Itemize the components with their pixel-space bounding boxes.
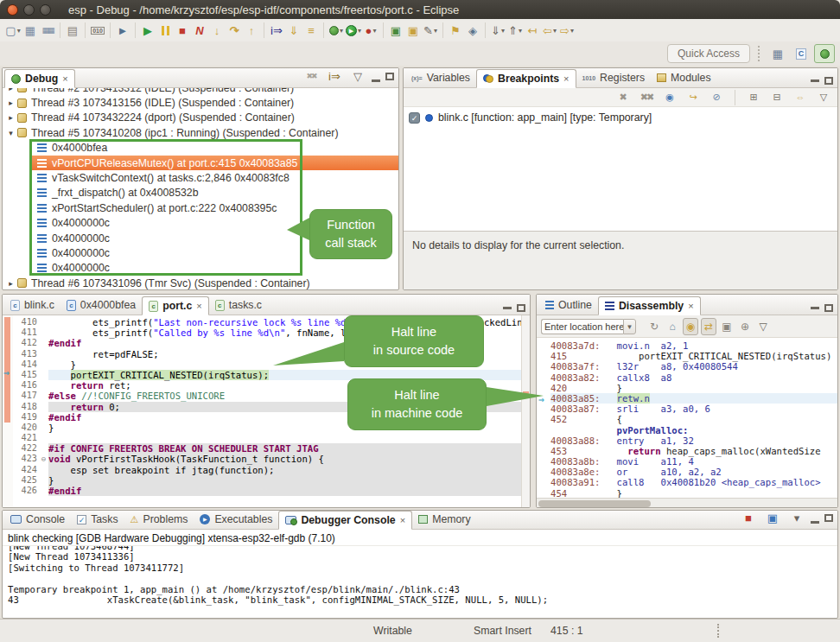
tree-twisty-icon[interactable]: ▸ [5,113,16,122]
location-input[interactable]: Enter location here [541,319,623,334]
save-all-button[interactable]: ▦▦ [39,22,56,39]
maximize-button[interactable] [517,304,525,312]
close-icon[interactable]: × [563,73,569,84]
maximize-button[interactable] [824,514,833,522]
instruction-stepping-toggle[interactable]: i⇒ [268,22,285,39]
tab-port-c[interactable]: cport.c× [142,296,209,315]
binary-console-button[interactable]: 010 [89,22,106,39]
remove-all-breakpoints-button[interactable]: ✖✖ [638,89,655,106]
thread-row[interactable]: ▸Thread #3 1073413156 (IDLE) (Suspended … [3,95,398,110]
stack-frame-row[interactable]: vPortCPUReleaseMutex() at port.c:415 0x4… [31,156,398,170]
tab-problems[interactable]: ⚠Problems [124,510,194,529]
view-menu-button[interactable]: ▽ [755,318,771,335]
external-tools-button[interactable]: ●▾ [362,22,379,39]
use-step-filters-toggle[interactable]: ≡ [302,22,320,39]
window-maximize-button[interactable] [40,4,51,16]
tree-twisty-icon[interactable]: ▸ [5,88,16,92]
remove-breakpoint-button[interactable]: ✖ [614,89,632,106]
open-folder-button[interactable]: ▣ [404,22,422,39]
maximize-button[interactable] [824,304,833,312]
tree-twisty-icon[interactable]: ▾ [5,129,16,137]
search-button[interactable]: ✎▾ [422,22,439,39]
previous-annotation-button[interactable]: ⇑▾ [506,22,524,39]
dropdown-arrow-icon[interactable]: ▾ [434,27,437,35]
tab-memory[interactable]: Memory [412,510,476,529]
tab-modules[interactable]: Modules [651,68,716,87]
tab-registers[interactable]: 1010Registers [576,68,652,87]
tab-debug[interactable]: Debug× [4,69,75,88]
scrollbar-thumb[interactable] [538,500,651,507]
tab-disassembly[interactable]: Disassembly× [598,296,701,315]
quick-access-button[interactable]: Quick Access [667,44,750,63]
skip-all-breakpoints-button[interactable]: ► [114,22,131,39]
window-minimize-button[interactable] [23,4,35,16]
tab-blink-c[interactable]: cblink.c [4,296,60,315]
fold-marker[interactable]: ⊖ [39,454,48,464]
tab-tasks-c[interactable]: ctasks.c [209,296,268,315]
window-close-button[interactable] [7,4,18,16]
close-icon[interactable]: × [62,73,67,84]
forward-button[interactable]: ⇨▾ [558,22,576,39]
close-icon[interactable]: × [196,301,201,311]
console-output[interactable]: [New Thread 1073468744][New Thread 10734… [3,546,837,619]
goto-file-for-breakpoint-button[interactable]: ↪ [684,89,702,106]
debug-perspective-button[interactable] [814,44,835,63]
save-button[interactable]: ▦ [22,22,39,39]
next-annotation-button[interactable]: ⇓▾ [489,22,506,39]
close-icon[interactable]: × [400,515,405,525]
terminate-button[interactable]: ■ [740,510,757,526]
view-menu-button[interactable]: ▽ [349,67,366,85]
tab-tasks[interactable]: ✓Tasks [71,510,124,529]
location-combo[interactable]: Enter location here ▼ [541,319,636,334]
view-menu-button[interactable]: ▽ [815,89,832,106]
tab-outline[interactable]: Outline [538,296,598,315]
show-breakpoints-for-selected-button[interactable]: ◉ [661,89,678,106]
maximize-button[interactable] [385,73,394,80]
home-button[interactable]: ⌂ [665,318,680,335]
open-perspective-button[interactable]: ▦ [767,44,788,63]
new-wizard-button[interactable]: ▢▾ [4,22,22,39]
breakpoint-checkbox[interactable]: ✓ [409,112,420,124]
run-button[interactable]: ▶▾ [345,22,362,39]
minimize-button[interactable] [811,307,819,309]
link-with-debug-view-toggle[interactable]: ⇔ [792,89,809,106]
display-selected-console-button[interactable]: ▣ [764,510,781,526]
minimize-button[interactable] [503,307,512,309]
last-edit-location-button[interactable]: ↤ [524,22,541,39]
track-pc-toggle[interactable]: ◉ [683,318,698,335]
thread-row[interactable]: ▸Thread #4 1073432224 (dport) (Suspended… [3,111,398,125]
thread-row[interactable]: ▸Thread #6 1073431096 (Tmr Svc) (Suspend… [3,276,398,290]
debug-button[interactable]: ▾ [328,22,345,39]
tab-debugger-console[interactable]: Debugger Console× [278,511,412,530]
tab-0x4000bfea[interactable]: c0x4000bfea [60,296,142,315]
minimize-button[interactable] [372,79,380,82]
annotations-button[interactable]: ◈ [464,22,481,39]
stack-frame-row[interactable]: 0x4000bfea [3,141,398,156]
console-dropdown-button[interactable]: ▾ [788,510,805,526]
open-new-view-button[interactable]: ▣ [719,318,735,335]
tab-console[interactable]: Console [4,510,71,529]
drop-to-frame-button[interactable]: ⇓ [285,22,302,39]
debug-call-stack-tree[interactable]: ▸Thread #2 1073413312 (IDLE) (Suspended … [3,88,398,290]
pin-view-button[interactable]: ⊕ [737,318,753,335]
disconnect-button[interactable]: N [191,22,208,39]
editor-overview-ruler[interactable] [521,315,530,508]
stack-frame-row[interactable]: 0x4000000c [3,261,398,276]
tree-twisty-icon[interactable]: ▸ [5,279,16,288]
dropdown-arrow-icon[interactable]: ▾ [358,27,361,35]
breakpoint-list-item[interactable]: ✓ blink.c [function: app_main] [type: Te… [404,107,837,124]
dropdown-arrow-icon[interactable]: ▾ [570,27,574,35]
tab-executables[interactable]: ▶Executables [194,510,278,529]
step-into-button[interactable]: ↓ [208,22,226,39]
toggle-mark-occurrences[interactable]: ⚑ [447,22,464,39]
back-button[interactable]: ⇦▾ [541,22,558,39]
minimize-button[interactable] [811,521,819,524]
dropdown-arrow-icon[interactable]: ▾ [340,27,343,35]
maximize-button[interactable] [824,77,833,85]
remove-all-terminated-button[interactable]: ✖✖ [302,67,320,85]
stack-frame-row[interactable]: _frxt_dispatch() at 0x4008532b [3,186,398,200]
sync-with-source-toggle[interactable]: ⇄ [701,318,716,335]
location-dropdown-icon[interactable]: ▼ [623,319,636,334]
thread-row[interactable]: ▸Thread #2 1073413312 (IDLE) (Suspended … [3,88,398,95]
resume-button[interactable]: ▶ [139,22,156,39]
